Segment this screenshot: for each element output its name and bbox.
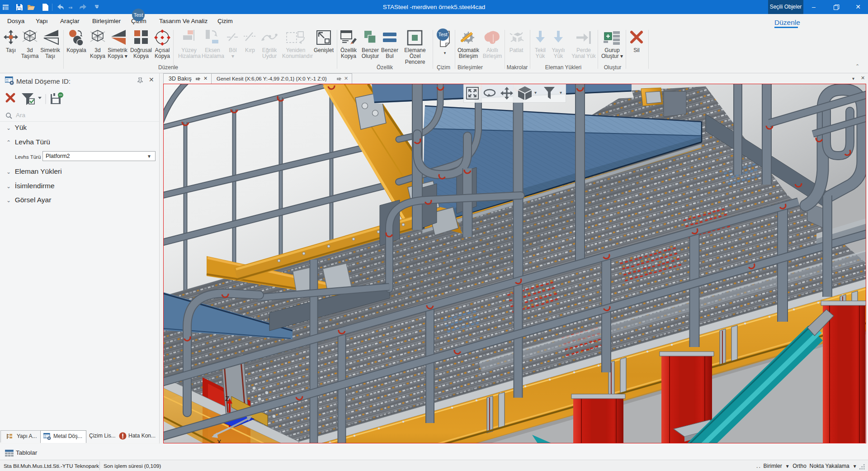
svg-text:X: X bbox=[217, 438, 222, 443]
svg-text:Z: Z bbox=[225, 395, 229, 402]
